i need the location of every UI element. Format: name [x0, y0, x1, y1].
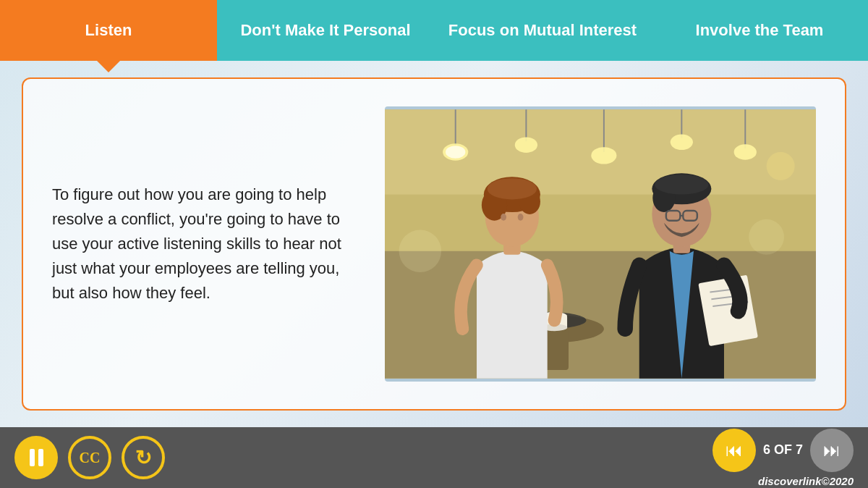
bottom-bar: CC ↺ ⏮ 6 OF 7 ⏭ discoverlink©2020 — [0, 427, 868, 488]
tab-dont-make-it-personal[interactable]: Don't Make It Personal — [217, 0, 434, 61]
tab-focus-on-mutual-interest[interactable]: Focus on Mutual Interest — [434, 0, 651, 61]
brand-name: discoverlink©2020 — [758, 475, 854, 487]
left-controls: CC ↺ — [14, 436, 165, 479]
cc-button[interactable]: CC — [68, 436, 111, 479]
body-text: To figure out how you are going to help … — [52, 182, 356, 306]
tab-involve-the-team[interactable]: Involve the Team — [651, 0, 868, 61]
tab-listen[interactable]: Listen — [0, 0, 217, 61]
rewind-button[interactable]: ⏮ — [712, 429, 756, 472]
content-card: To figure out how you are going to help … — [22, 77, 846, 411]
svg-point-6 — [515, 137, 537, 152]
rewind-icon: ⏮ — [726, 440, 743, 460]
pause-button[interactable] — [14, 436, 58, 479]
svg-point-41 — [749, 219, 784, 255]
svg-point-27 — [518, 214, 524, 221]
nav-controls: ⏮ 6 OF 7 ⏭ — [712, 429, 854, 472]
pause-bar-left — [30, 449, 35, 466]
svg-point-42 — [767, 152, 795, 180]
forward-icon: ⏭ — [823, 440, 841, 460]
svg-point-26 — [501, 214, 506, 221]
right-controls: ⏮ 6 OF 7 ⏭ discoverlink©2020 — [712, 429, 854, 487]
svg-point-40 — [399, 230, 442, 272]
svg-point-12 — [734, 144, 757, 159]
svg-point-25 — [488, 178, 537, 199]
scene-svg — [385, 106, 816, 382]
page-info: 6 OF 7 — [763, 442, 803, 458]
svg-point-32 — [655, 174, 708, 194]
main-area: To figure out how you are going to help … — [0, 61, 868, 427]
replay-button[interactable]: ↺ — [122, 436, 165, 479]
forward-button[interactable]: ⏭ — [810, 429, 854, 472]
svg-point-10 — [671, 135, 693, 150]
pause-bar-right — [38, 449, 43, 466]
replay-icon: ↺ — [135, 446, 152, 470]
top-navigation: Listen Don't Make It Personal Focus on M… — [0, 0, 868, 61]
cc-label: CC — [80, 450, 101, 466]
scene-image — [385, 106, 816, 382]
svg-point-4 — [446, 146, 465, 159]
brand-area: discoverlink©2020 — [758, 475, 854, 487]
svg-point-8 — [591, 147, 616, 164]
